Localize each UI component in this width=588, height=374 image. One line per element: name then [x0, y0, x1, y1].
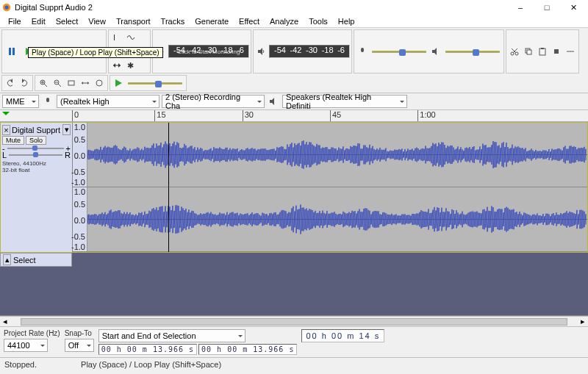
zoom-toolbar	[35, 75, 108, 91]
vaxis-left: 1.00.50.0-0.5-1.0	[73, 123, 87, 187]
edit-cursor	[168, 123, 169, 252]
project-rate-select[interactable]: 44100	[4, 339, 48, 352]
svg-marker-34	[22, 79, 24, 83]
playback-device-select[interactable]: Speakers (Realtek High Definiti	[282, 95, 407, 108]
minimize-button[interactable]: –	[507, 0, 534, 15]
playback-speed-slider[interactable]	[126, 76, 184, 90]
menu-analyze[interactable]: Analyze	[265, 16, 304, 26]
mixer-toolbar	[354, 29, 504, 73]
menu-transport[interactable]: Transport	[111, 16, 156, 26]
track-control-panel: × Digital Supprt ▾ Mute Solo -+ LR Stere…	[1, 123, 73, 252]
copy-button[interactable]	[522, 45, 535, 58]
vaxis-right: 1.00.50.0-0.5-1.0	[73, 187, 87, 251]
selection-start[interactable]: 00 h 00 m 13.966 s	[98, 344, 197, 355]
fit-selection-button[interactable]	[65, 76, 78, 90]
waveform-left	[87, 123, 587, 187]
trim-button[interactable]	[550, 45, 563, 58]
svg-rect-3	[12, 48, 15, 55]
mute-button[interactable]: Mute	[2, 136, 24, 145]
menu-select[interactable]: Select	[51, 16, 84, 26]
record-meter-group: -54-42-30-18-6 Click to Start Monitoring	[152, 29, 251, 73]
play-head-icon	[2, 112, 10, 119]
track-pan-slider[interactable]: LR	[2, 152, 71, 158]
svg-line-41	[58, 84, 61, 87]
mic-gain-icon	[356, 45, 369, 58]
svg-marker-15	[113, 63, 115, 68]
speaker-gain-icon	[429, 45, 442, 58]
audio-track: × Digital Supprt ▾ Mute Solo -+ LR Stere…	[0, 122, 588, 253]
snap-to-select[interactable]: Off	[65, 339, 94, 352]
track-menu-button[interactable]: ▾	[62, 124, 71, 135]
menu-tools[interactable]: Tools	[304, 16, 333, 26]
status-hint: Play (Space) / Loop Play (Shift+Space)	[81, 360, 221, 369]
cut-button[interactable]	[508, 45, 521, 58]
zoom-toggle-button[interactable]	[93, 76, 106, 90]
title-bar: Digital Supprt Audio 2 – □ ✕	[0, 0, 588, 15]
record-meter[interactable]: -54-42-30-18-6 Click to Start Monitoring	[168, 45, 249, 58]
playback-volume-slider[interactable]	[443, 45, 502, 58]
menu-help[interactable]: Help	[333, 16, 360, 26]
undo-button[interactable]	[4, 76, 17, 90]
track-gain-slider[interactable]: -+	[2, 145, 71, 151]
selection-toolbar: Project Rate (Hz) 44100 Snap-To Off Star…	[0, 326, 588, 357]
svg-text:✱: ✱	[127, 61, 134, 70]
zoom-out-button[interactable]	[51, 76, 64, 90]
timeline-ruler[interactable]: 0 15 30 45 1:00	[0, 110, 588, 122]
pause-button[interactable]	[4, 43, 20, 60]
svg-rect-29	[539, 48, 545, 55]
waveform-pane[interactable]: 1.00.50.0-0.5-1.0 1.00.50.0-0.5-1.0	[73, 123, 587, 252]
svg-marker-49	[270, 98, 274, 105]
track-select-button[interactable]: ▴ Select	[0, 253, 72, 267]
svg-text:I: I	[113, 33, 115, 42]
fit-project-button[interactable]	[79, 76, 92, 90]
menu-tracks[interactable]: Tracks	[156, 16, 190, 26]
redo-button[interactable]	[18, 76, 31, 90]
svg-rect-21	[361, 48, 364, 52]
svg-rect-2	[9, 48, 11, 55]
record-channels-select[interactable]: 2 (Stereo) Recording Cha	[162, 95, 265, 108]
play-at-speed-button[interactable]	[112, 76, 125, 90]
track-name[interactable]: Digital Supprt	[12, 126, 62, 134]
horizontal-scrollbar[interactable]: ◂▸	[0, 316, 588, 326]
svg-marker-44	[82, 82, 83, 84]
undo-toolbar	[1, 75, 33, 91]
speaker-icon[interactable]	[255, 45, 268, 58]
timeshift-tool[interactable]	[110, 59, 123, 72]
paste-button[interactable]	[536, 45, 549, 58]
record-device-select[interactable]: (Realtek High	[57, 95, 159, 108]
maximize-button[interactable]: □	[534, 0, 560, 15]
svg-rect-42	[68, 81, 74, 85]
selection-end[interactable]: 00 h 00 m 13.966 s	[198, 344, 297, 355]
svg-marker-16	[118, 63, 121, 68]
svg-line-38	[44, 84, 47, 87]
audio-position[interactable]: 00 h 00 m 14 s	[301, 329, 384, 342]
svg-point-46	[96, 80, 102, 86]
silence-button[interactable]	[564, 45, 577, 58]
selection-mode-select[interactable]: Start and End of Selection	[98, 329, 245, 342]
close-button[interactable]: ✕	[560, 0, 587, 15]
record-volume-slider[interactable]	[370, 45, 429, 58]
menu-effect[interactable]: Effect	[234, 16, 265, 26]
zoom-in-button[interactable]	[37, 76, 50, 90]
audio-host-select[interactable]: MME	[2, 95, 39, 108]
window-title: Digital Supprt Audio 2	[15, 3, 507, 12]
menu-file[interactable]: File	[3, 16, 26, 26]
envelope-tool[interactable]	[124, 31, 137, 44]
svg-marker-20	[258, 48, 262, 55]
app-icon	[1, 2, 12, 12]
playback-meter[interactable]: -54-42-30-18-6	[269, 45, 350, 58]
channel-right: 1.00.50.0-0.5-1.0	[73, 187, 587, 252]
menu-generate[interactable]: Generate	[190, 16, 234, 26]
track-close-button[interactable]: ×	[2, 125, 10, 135]
svg-marker-22	[432, 48, 437, 55]
svg-rect-30	[541, 48, 544, 49]
track-area: × Digital Supprt ▾ Mute Solo -+ LR Stere…	[0, 122, 588, 316]
svg-rect-48	[46, 98, 49, 102]
selection-tool[interactable]: I	[110, 31, 123, 44]
edit-toolbar	[506, 29, 579, 73]
snap-to-label: Snap-To	[65, 329, 94, 337]
solo-button[interactable]: Solo	[26, 136, 46, 145]
multi-tool[interactable]: ✱	[124, 59, 137, 72]
menu-edit[interactable]: Edit	[26, 16, 51, 26]
menu-view[interactable]: View	[83, 16, 111, 26]
